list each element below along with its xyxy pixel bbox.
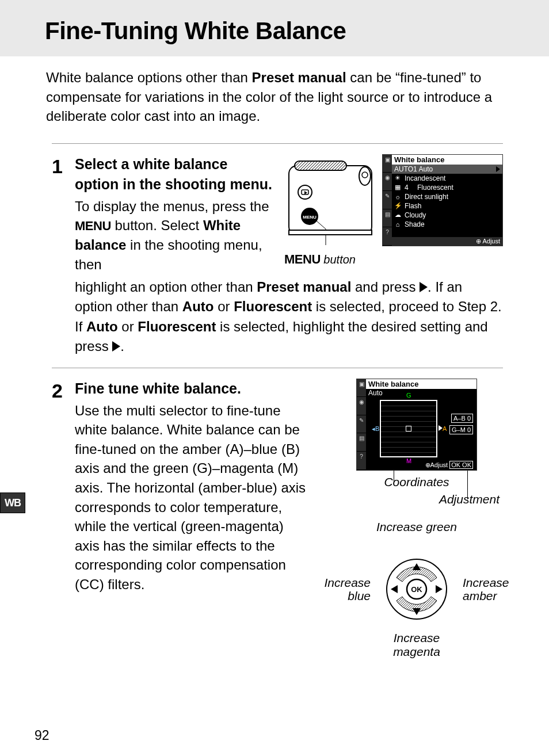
shade-icon: ⌂: [394, 221, 401, 228]
gm-coord: G–M 0: [449, 425, 473, 434]
side-tab-wb: WB: [0, 492, 25, 513]
camera-illustration: MENU MENU button: [284, 154, 376, 267]
coordinates-label: Coordinates: [330, 475, 503, 489]
step-2-title: Fine tune white balance.: [75, 379, 308, 399]
lcd-finetune-screenshot: ▣◉✎▤? White balance Auto G M ◂B A A–B 0 …: [356, 379, 477, 471]
arrow-right-icon: [112, 341, 120, 352]
tab-icon: ◉: [383, 173, 392, 191]
lcd-menu-screenshot: ▣ ◉ ✎ ▤ ? White balance AUTO1 Auto ☀Inca…: [382, 154, 503, 246]
lcd-title: White balance: [392, 155, 502, 165]
sunlight-icon: ☼: [394, 193, 401, 200]
step-1: 1 Select a white balance option in the s…: [0, 144, 549, 368]
svg-text:MENU: MENU: [303, 215, 317, 220]
incandescent-icon: ☀: [394, 174, 401, 182]
dpad-diagram: Increase green Increase blue Increase am…: [330, 526, 503, 652]
adjustment-label: Adjustment: [330, 492, 503, 506]
step-1-continuation: highlight an option other than Preset ma…: [75, 277, 503, 356]
intro-paragraph: White balance options other than Preset …: [0, 56, 549, 143]
fluorescent-icon: ▦: [394, 184, 401, 191]
svg-rect-2: [295, 161, 346, 170]
ab-coord: A–B 0: [451, 414, 473, 423]
lcd-footer: ⊕ Adjust: [392, 237, 502, 246]
tab-icon: ✎: [383, 191, 392, 209]
page-title: Fine-Tuning White Balance: [0, 17, 549, 45]
wb-grid: [380, 400, 437, 457]
svg-rect-10: [289, 230, 372, 235]
menu-word: MENU: [75, 219, 111, 233]
increase-magenta-label: Increase magenta: [373, 631, 460, 658]
axis-a-label: A: [439, 425, 447, 432]
step-1-title: Select a white balance option in the sho…: [75, 154, 274, 194]
page-number: 92: [35, 728, 49, 743]
tab-icon: ▤: [383, 209, 392, 228]
step-2-number: 2: [52, 379, 75, 652]
step-2-body: Use the multi selector to fine-tune whit…: [75, 403, 306, 592]
arrow-right-icon: [420, 282, 428, 292]
increase-blue-label: Increase blue: [319, 576, 371, 602]
svg-point-4: [362, 172, 368, 178]
increase-green-label: Increase green: [376, 520, 457, 533]
tab-icon: ▣: [383, 155, 392, 173]
flash-icon: ⚡: [394, 202, 401, 209]
lcd-auto-row: AUTO1 Auto: [392, 165, 502, 174]
dpad-icon: OK: [385, 558, 448, 621]
axis-b-label: ◂B: [372, 425, 379, 433]
ok-button-label: OK: [411, 585, 422, 594]
cloudy-icon: ☁: [394, 211, 401, 219]
step-1-number: 1: [52, 154, 75, 356]
increase-amber-label: Increase amber: [463, 576, 514, 602]
arrow-right-icon: [496, 166, 500, 172]
tab-icon: ?: [383, 227, 392, 246]
menu-button-caption: MENU button: [284, 252, 376, 267]
step-2: 2 Fine tune white balance. Use the multi…: [0, 368, 549, 664]
